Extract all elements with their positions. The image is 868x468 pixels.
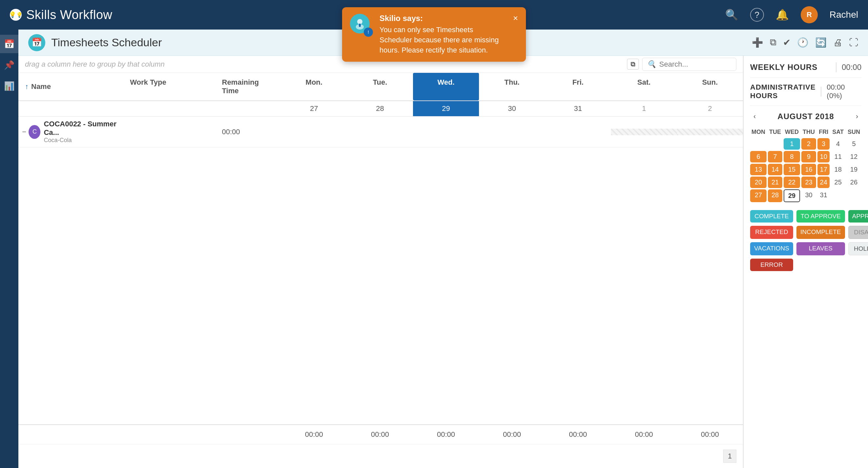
calendar-next-button[interactable]: ›: [852, 111, 862, 122]
notification-icon: !: [350, 14, 373, 37]
search-input[interactable]: [659, 60, 732, 69]
refresh-icon[interactable]: 🔄: [815, 37, 827, 48]
cal-day-30[interactable]: 30: [801, 189, 816, 202]
row-day-sun: [677, 129, 743, 135]
cal-day-19[interactable]: 19: [846, 164, 862, 175]
date-spacer-3: [215, 101, 281, 116]
cal-day-14[interactable]: 14: [768, 164, 782, 175]
cal-day-20[interactable]: 20: [750, 177, 767, 188]
legend-vacations: VACATIONS: [750, 242, 793, 255]
check-icon[interactable]: ✔: [783, 37, 790, 48]
calendar-prev-button[interactable]: ‹: [750, 111, 759, 122]
cal-day-13[interactable]: 13: [750, 164, 767, 175]
cal-day-18[interactable]: 18: [831, 164, 845, 175]
notification-message: You can only see Timesheets Scheduler be…: [379, 25, 506, 55]
col-header-name[interactable]: ↑ Name: [19, 73, 123, 100]
clock-icon[interactable]: 🕐: [797, 37, 809, 48]
admin-hours-row: ADMINISTRATIVE HOURS 00:00 (0%): [750, 83, 862, 106]
col-header-remaining[interactable]: Remaining Time: [215, 73, 281, 100]
cal-day-4[interactable]: 4: [831, 138, 845, 150]
cal-day-6[interactable]: 6: [750, 151, 767, 162]
cal-day-empty-2: [768, 138, 782, 150]
search-icon-small: 🔍: [647, 60, 656, 69]
add-icon[interactable]: ➕: [752, 37, 763, 48]
sidebar-item-reports[interactable]: 📊: [0, 77, 19, 95]
row-toggle[interactable]: −: [20, 128, 29, 136]
notification-popup: ! Skilio says: You can only see Timeshee…: [342, 7, 526, 62]
cal-day-21[interactable]: 21: [768, 177, 782, 188]
page-title: Timesheets Scheduler: [51, 36, 162, 49]
page-icon: 📅: [28, 34, 45, 51]
sidebar-item-timesheets[interactable]: 📅: [0, 35, 19, 53]
row-day-thu[interactable]: [479, 129, 545, 135]
cal-day-2[interactable]: 2: [801, 138, 816, 150]
row-worktype: [123, 129, 215, 135]
row-day-tue[interactable]: [347, 129, 413, 135]
footer-total-wed: 00:00: [413, 425, 479, 444]
col-header-sat: Sat.: [611, 73, 677, 100]
main-content: drag a column here to group by that colu…: [19, 56, 868, 468]
col-header-worktype[interactable]: Work Type: [123, 73, 215, 100]
row-day-mon[interactable]: [281, 129, 347, 135]
admin-hours-value: 00:00 (0%): [827, 83, 862, 100]
row-day-wed[interactable]: [413, 129, 479, 135]
left-sidebar: 📅 📌 📊: [0, 30, 19, 468]
logo-icon: 💡: [10, 9, 22, 21]
cal-day-17[interactable]: 17: [817, 164, 830, 175]
cal-day-9[interactable]: 9: [801, 151, 816, 162]
cal-day-7[interactable]: 7: [768, 151, 782, 162]
admin-divider: [821, 87, 822, 96]
print-icon[interactable]: 🖨: [833, 37, 842, 48]
cal-day-23[interactable]: 23: [801, 177, 816, 188]
footer-total-fri: 00:00: [545, 425, 611, 444]
footer-spacer-2: [123, 425, 215, 444]
cal-day-10[interactable]: 10: [817, 151, 830, 162]
cal-day-26[interactable]: 26: [846, 177, 862, 188]
cal-header-tue: TUE: [768, 127, 782, 137]
weekly-hours-row: WEEKLY HOURS 00:00: [750, 62, 862, 78]
group-placeholder-text: drag a column here to group by that colu…: [25, 60, 165, 69]
cal-day-24[interactable]: 24: [817, 177, 830, 188]
date-31: 31: [545, 101, 611, 116]
expand-icon[interactable]: ⛶: [849, 37, 858, 48]
cal-day-empty-1: [750, 138, 767, 150]
page-number-1[interactable]: 1: [723, 449, 736, 463]
cal-day-28[interactable]: 28: [768, 189, 782, 202]
cal-day-25[interactable]: 25: [831, 177, 845, 188]
cal-day-empty-4: [846, 189, 862, 202]
search-icon[interactable]: 🔍: [725, 8, 738, 21]
right-sidebar: WEEKLY HOURS 00:00 ADMINISTRATIVE HOURS …: [743, 56, 868, 468]
weekly-hours-value: 00:00: [842, 63, 862, 72]
cal-day-8[interactable]: 8: [784, 151, 800, 162]
cal-day-31[interactable]: 31: [817, 189, 830, 202]
cal-day-5[interactable]: 5: [846, 138, 862, 150]
legend-holidays: HOLIDAYS: [848, 242, 868, 255]
copy-grid-button[interactable]: ⧉: [627, 59, 639, 69]
sidebar-item-tasks[interactable]: 📌: [0, 56, 19, 74]
cal-day-29[interactable]: 29: [784, 189, 800, 202]
cal-day-12[interactable]: 12: [846, 151, 862, 162]
calendar-legend: COMPLETE TO APPROVE APPROVED REJECTED IN…: [750, 210, 862, 271]
date-row: 27 28 29 30 31 1 2: [19, 101, 743, 117]
cal-day-16[interactable]: 16: [801, 164, 816, 175]
notification-content: Skilio says: You can only see Timesheets…: [379, 14, 506, 55]
notification-close-button[interactable]: ×: [513, 14, 518, 22]
copy-icon[interactable]: ⧉: [770, 37, 776, 48]
cal-header-sun: SUN: [846, 127, 862, 137]
col-header-sun: Sun.: [677, 73, 743, 100]
cal-day-27[interactable]: 27: [750, 189, 767, 202]
cal-day-22[interactable]: 22: [784, 177, 800, 188]
pagination-row: 1: [19, 444, 743, 468]
cal-day-1[interactable]: 1: [784, 138, 800, 150]
row-day-fri[interactable]: [545, 129, 611, 135]
username: Rachel: [830, 9, 858, 20]
cal-day-15[interactable]: 15: [784, 164, 800, 175]
cal-day-3[interactable]: 3: [817, 138, 830, 150]
row-project-name: COCA0022 - Summer Ca...: [44, 120, 121, 137]
bell-icon[interactable]: 🔔: [776, 8, 789, 21]
mini-calendar: ‹ AUGUST 2018 › MON TUE WED THU FRI SAT …: [750, 111, 862, 202]
grid-footer: 00:00 00:00 00:00 00:00 00:00 00:00 00:0…: [19, 424, 743, 444]
help-icon[interactable]: ?: [750, 8, 764, 22]
cal-day-11[interactable]: 11: [831, 151, 845, 162]
row-day-sat: [611, 129, 677, 135]
